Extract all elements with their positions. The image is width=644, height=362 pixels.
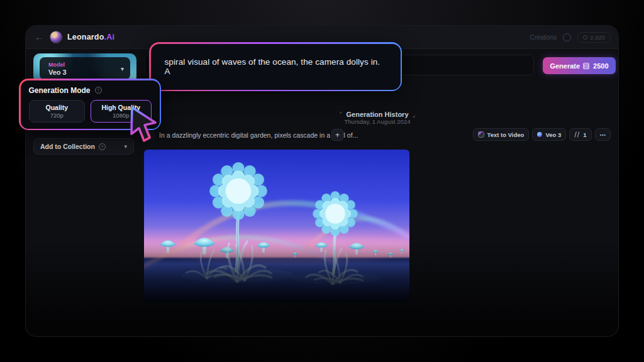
generation-mode-title: Generation Mode xyxy=(29,86,91,95)
nav-creations[interactable]: Creations xyxy=(530,34,557,41)
quality-sub: 720p xyxy=(50,112,64,119)
veo-model-badge[interactable]: Veo 3 xyxy=(532,128,566,141)
add-prompt-button[interactable]: + xyxy=(331,129,343,141)
bracket-right-icon: ⌟ xyxy=(409,111,419,118)
logo: Leonardo.Ai xyxy=(67,33,114,41)
chevron-down-icon: ▾ xyxy=(124,143,127,150)
high-quality-option[interactable]: High Quality 1080p xyxy=(91,100,151,123)
generation-count-badge[interactable]: 1 xyxy=(569,128,591,141)
more-options-button[interactable]: ⋯ xyxy=(595,128,611,141)
generate-label: Generate xyxy=(550,62,580,70)
prompt-up-icon[interactable]: ↑ xyxy=(145,130,155,140)
high-quality-label: High Quality xyxy=(101,104,140,111)
text-to-video-label: Text to Video xyxy=(487,131,525,138)
add-to-collection-button[interactable]: Add to Collection ? ▾ xyxy=(33,138,134,155)
item-prompt-text: In a dazzlingly eccentric digital garden… xyxy=(159,131,326,139)
history-title: Generation History xyxy=(346,111,408,118)
coin-icon xyxy=(583,35,587,40)
upgrade-icon[interactable] xyxy=(563,33,571,41)
count-icon xyxy=(574,131,580,138)
model-value: Veo 3 xyxy=(48,69,130,76)
avatar[interactable] xyxy=(50,31,62,43)
model-selector-inner: Model Veo 3 ▾ xyxy=(40,57,130,80)
header-right: Creations 2,920 xyxy=(530,32,611,43)
count-value: 1 xyxy=(583,131,586,138)
generation-mode-popup: Generation Mode ? Quality 720p High Qual… xyxy=(19,79,161,130)
coin-stack-icon xyxy=(583,63,590,69)
quality-label: Quality xyxy=(46,104,69,111)
chevron-down-icon: ▾ xyxy=(121,65,124,72)
generation-mode-inner: Generation Mode ? Quality 720p High Qual… xyxy=(21,80,160,129)
prompt-zoom-overlay: spiral visual of waves of the ocean, the… xyxy=(149,42,402,91)
model-label: Model xyxy=(48,62,130,68)
veo-badge-label: Veo 3 xyxy=(545,131,561,138)
logo-suffix: .Ai xyxy=(104,33,115,41)
token-count: 2,920 xyxy=(590,34,605,41)
generate-cost: 2500 xyxy=(593,62,608,70)
quality-option[interactable]: Quality 720p xyxy=(29,100,86,123)
bracket-left-icon: ⌜ xyxy=(336,111,347,118)
item-badges: Text to Video Veo 3 1 ⋯ xyxy=(510,128,611,141)
page-background: { "header": { "logo_main": "Leonardo", "… xyxy=(0,0,644,362)
add-to-collection-label: Add to Collection xyxy=(40,143,95,150)
generate-button[interactable]: Generate 2500 xyxy=(543,57,616,74)
question-icon[interactable]: ? xyxy=(95,87,102,94)
text-to-video-icon xyxy=(478,131,484,138)
prompt-zoom-text[interactable]: spiral visual of waves of the ocean, the… xyxy=(151,44,401,90)
token-pill[interactable]: 2,920 xyxy=(577,32,611,43)
generated-video-preview[interactable] xyxy=(144,150,409,302)
back-icon[interactable]: ← xyxy=(35,32,43,42)
logo-text: Leonardo xyxy=(67,33,104,41)
generation-mode-options: Quality 720p High Quality 1080p xyxy=(29,100,152,123)
high-quality-sub: 1080p xyxy=(113,112,129,119)
history-date: Thursday, 1 August 2024 xyxy=(144,118,611,125)
text-to-video-badge[interactable]: Text to Video xyxy=(473,128,530,141)
question-icon: ? xyxy=(99,143,106,150)
veo-dot-icon xyxy=(537,132,542,137)
